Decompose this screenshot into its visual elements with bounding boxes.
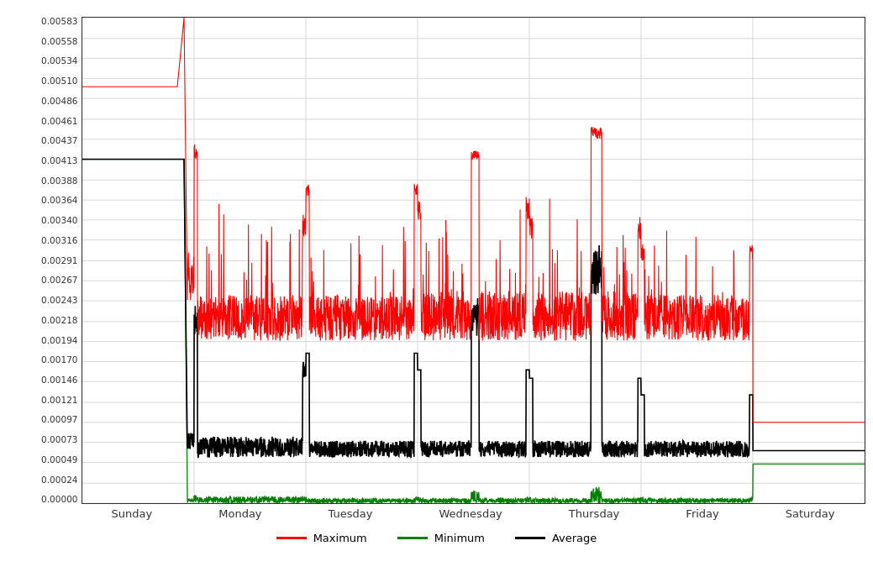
y-tick: 0.00486 <box>41 97 77 106</box>
y-tick: 0.00510 <box>41 76 77 86</box>
x-tick: Thursday <box>569 507 619 520</box>
y-tick: 0.00073 <box>41 435 77 444</box>
y-tick: 0.00097 <box>41 415 77 424</box>
y-tick: 0.00194 <box>41 336 77 345</box>
x-tick: Tuesday <box>329 507 373 520</box>
y-tick: 0.00583 <box>41 17 77 26</box>
y-tick: 0.00024 <box>41 475 77 485</box>
y-tick: 0.00267 <box>41 276 77 285</box>
x-tick: Wednesday <box>439 507 502 520</box>
y-tick: 0.00121 <box>41 396 77 405</box>
y-tick: 0.00000 <box>41 495 77 504</box>
x-axis-area: SundayMondayTuesdayWednesdayThursdayFrid… <box>78 507 868 520</box>
y-tick: 0.00558 <box>41 37 77 46</box>
y-tick: 0.00364 <box>41 196 77 205</box>
y-tick: 0.00534 <box>41 56 77 66</box>
y-tick: 0.00340 <box>41 216 77 225</box>
legend-label: Average <box>552 532 597 544</box>
y-tick: 0.00049 <box>41 455 77 465</box>
legend-item: Average <box>515 532 597 544</box>
y-ticks: 0.005830.005580.005340.005100.004860.004… <box>31 17 82 504</box>
x-tick: Monday <box>218 507 261 520</box>
y-tick: 0.00146 <box>41 375 77 385</box>
x-tick: Sunday <box>112 507 153 520</box>
plot-svg <box>82 18 865 503</box>
y-tick: 0.00437 <box>41 136 77 145</box>
y-tick: 0.00413 <box>41 156 77 165</box>
y-tick: 0.00170 <box>41 355 77 365</box>
legend-line <box>515 537 545 539</box>
legend-label: Maximum <box>313 532 367 544</box>
y-axis-label <box>8 17 29 504</box>
legend-item: Maximum <box>276 532 367 544</box>
legend: MaximumMinimumAverage <box>276 532 597 544</box>
y-tick: 0.00316 <box>41 236 77 245</box>
x-tick: Saturday <box>786 507 835 520</box>
chart-container: 0.005830.005580.005340.005100.004860.004… <box>0 0 873 588</box>
legend-label: Minimum <box>434 532 485 544</box>
legend-item: Minimum <box>397 532 485 544</box>
y-tick: 0.00388 <box>41 176 77 186</box>
legend-line <box>397 537 428 539</box>
chart-wrapper: 0.005830.005580.005340.005100.004860.004… <box>8 17 865 504</box>
y-tick: 0.00243 <box>41 296 77 305</box>
y-tick: 0.00461 <box>41 117 77 126</box>
y-tick: 0.00291 <box>41 256 77 265</box>
x-tick: Friday <box>686 507 718 520</box>
legend-line <box>276 537 307 539</box>
plot-area <box>82 17 865 504</box>
y-tick: 0.00218 <box>41 316 77 325</box>
